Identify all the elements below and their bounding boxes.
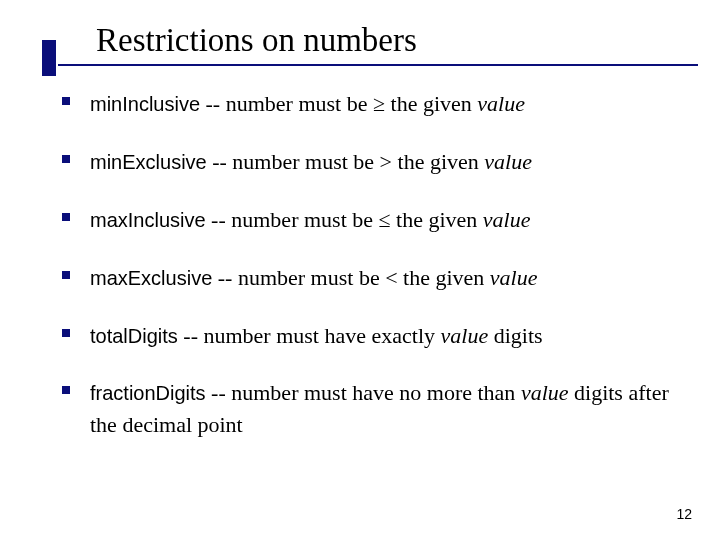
facet-term: maxExclusive bbox=[90, 267, 212, 289]
desc-pre: -- number must be ≥ the given bbox=[200, 91, 477, 116]
facet-term: minInclusive bbox=[90, 93, 200, 115]
desc-pre: -- number must be ≤ the given bbox=[206, 207, 483, 232]
desc-pre: -- number must be < the given bbox=[212, 265, 490, 290]
bullet-icon bbox=[62, 213, 70, 221]
title-accent-bar bbox=[42, 40, 56, 76]
bullet-icon bbox=[62, 329, 70, 337]
facet-term: maxInclusive bbox=[90, 209, 206, 231]
facet-term: fractionDigits bbox=[90, 382, 206, 404]
bullet-icon bbox=[62, 97, 70, 105]
desc-value: value bbox=[477, 91, 525, 116]
bullet-icon bbox=[62, 271, 70, 279]
list-item-text: minExclusive -- number must be > the giv… bbox=[90, 146, 532, 178]
list-item: fractionDigits -- number must have no mo… bbox=[62, 377, 680, 441]
desc-pre: -- number must be > the given bbox=[207, 149, 485, 174]
list-item: maxExclusive -- number must be < the giv… bbox=[62, 262, 680, 294]
list-item-text: maxInclusive -- number must be ≤ the giv… bbox=[90, 204, 531, 236]
bullet-icon bbox=[62, 155, 70, 163]
list-item-text: fractionDigits -- number must have no mo… bbox=[90, 377, 680, 441]
bullet-list: minInclusive -- number must be ≥ the giv… bbox=[62, 88, 680, 467]
desc-value: value bbox=[484, 149, 532, 174]
desc-pre: -- number must have exactly bbox=[178, 323, 441, 348]
desc-value: value bbox=[521, 380, 569, 405]
desc-pre: -- number must have no more than bbox=[206, 380, 521, 405]
list-item: minInclusive -- number must be ≥ the giv… bbox=[62, 88, 680, 120]
desc-value: value bbox=[441, 323, 489, 348]
facet-term: minExclusive bbox=[90, 151, 207, 173]
list-item: minExclusive -- number must be > the giv… bbox=[62, 146, 680, 178]
list-item: totalDigits -- number must have exactly … bbox=[62, 320, 680, 352]
bullet-icon bbox=[62, 386, 70, 394]
facet-term: totalDigits bbox=[90, 325, 178, 347]
list-item: maxInclusive -- number must be ≤ the giv… bbox=[62, 204, 680, 236]
list-item-text: totalDigits -- number must have exactly … bbox=[90, 320, 543, 352]
list-item-text: minInclusive -- number must be ≥ the giv… bbox=[90, 88, 525, 120]
page-number: 12 bbox=[676, 506, 692, 522]
slide-title: Restrictions on numbers bbox=[96, 22, 417, 59]
desc-value: value bbox=[483, 207, 531, 232]
list-item-text: maxExclusive -- number must be < the giv… bbox=[90, 262, 538, 294]
desc-value: value bbox=[490, 265, 538, 290]
desc-post: digits bbox=[488, 323, 542, 348]
title-underline bbox=[58, 64, 698, 66]
